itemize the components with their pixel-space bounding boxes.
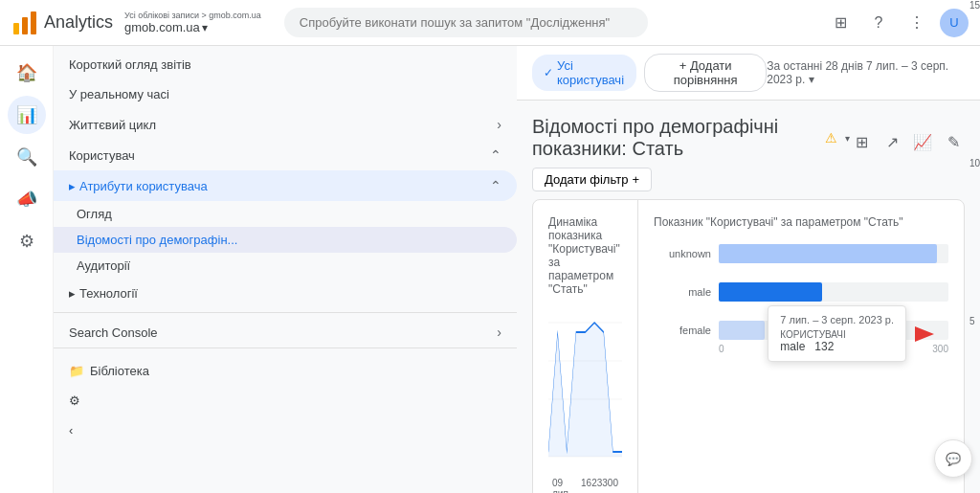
grid-icon-button[interactable]: ⊞ — [825, 8, 856, 38]
tooltip-arrow-icon — [915, 326, 934, 342]
svg-rect-2 — [31, 11, 36, 34]
line-chart-title: Динаміка показника "Користувачі" за пара… — [548, 215, 622, 296]
chat-icon: 💬 — [946, 452, 961, 466]
bar-chart-panel: Показник "Користувачі" за параметром "Ст… — [638, 200, 964, 493]
svg-rect-1 — [22, 17, 28, 34]
sidebar-sub-overview[interactable]: Огляд — [54, 201, 517, 227]
bar-fill-female — [719, 321, 765, 340]
bar-row-male: male — [654, 282, 948, 302]
add-filter-plus-icon: + — [632, 172, 639, 187]
add-filter-button[interactable]: Додати фільтр + — [532, 168, 652, 191]
nav-home-icon[interactable]: 🏠 — [8, 54, 46, 92]
bar-fill-unknown — [719, 244, 937, 263]
bar-track-unknown — [719, 244, 948, 263]
more-icon-button[interactable]: ⋮ — [902, 8, 932, 38]
sidebar-collapse[interactable]: ‹ — [54, 415, 517, 445]
add-comparison-button[interactable]: + Додати порівняння — [644, 54, 767, 92]
tooltip-date: 7 лип. – 3 серп. 2023 р. — [780, 314, 894, 325]
bar-label-unknown: unknown — [654, 248, 711, 259]
x-label-2: 23 — [591, 478, 602, 493]
share-icon[interactable]: ↗ — [880, 130, 903, 153]
sidebar-item-user[interactable]: Користувач ⌃ — [54, 140, 517, 170]
bar-track-male — [719, 282, 948, 302]
settings-icon: ⚙ — [69, 393, 80, 408]
x-axis-labels: 09 лип. 16 23 30 0 — [548, 478, 622, 493]
filter-bar: ✓ Усі користувачі + Додати порівняння За… — [517, 46, 980, 101]
x-label-4: 0 — [612, 478, 618, 493]
sidebar-footer: 📁 Бібліотека ⚙ ‹ — [54, 347, 517, 453]
search-area — [284, 8, 802, 37]
nav-advertising-icon[interactable]: 📣 — [8, 180, 46, 218]
title-icons: ⊞ ↗ 📈 ✎ — [850, 130, 965, 153]
library-icon: 📁 — [69, 364, 84, 378]
attributes-chevron: ⌃ — [490, 178, 501, 193]
bar-row-unknown: unknown — [654, 244, 948, 263]
tooltip-male-value: 132 — [814, 340, 834, 353]
sidebar-item-realtime[interactable]: У реальному часі — [54, 79, 517, 109]
add-filter-row: Додати фільтр + — [532, 168, 965, 191]
analytics-logo-icon — [11, 10, 38, 36]
svg-rect-0 — [13, 23, 19, 34]
line-chart-panel: Динаміка показника "Користувачі" за пара… — [533, 200, 638, 493]
tooltip-male-label: male — [780, 340, 805, 353]
sidebar-item-user-attributes[interactable]: ▸ Атрибути користувача ⌃ — [54, 170, 517, 201]
lifecycle-chevron: › — [497, 117, 501, 132]
search-console-chevron: › — [497, 325, 501, 340]
filter-left: ✓ Усі користувачі + Додати порівняння — [532, 54, 767, 92]
tooltip-row: КОРИСТУВАЧІ — [780, 329, 894, 340]
date-dropdown-icon: ▾ — [809, 73, 814, 86]
trend-icon[interactable]: 📈 — [911, 130, 934, 153]
sidebar-sub-demographics[interactable]: Відомості про демографін... — [54, 227, 517, 253]
tooltip-value-row: male 132 — [780, 340, 894, 353]
nav-reports-icon[interactable]: 📊 — [8, 96, 46, 134]
warning-icon: ⚠ — [825, 130, 837, 146]
domain-selector[interactable]: gmob.com.ua ▾ — [124, 20, 261, 34]
logo-area: Analytics — [11, 10, 113, 36]
bar-label-female: female — [654, 325, 711, 336]
date-range[interactable]: За останні 28 днів 7 лип. – 3 серп. 2023… — [767, 59, 965, 86]
app-title: Analytics — [44, 12, 113, 33]
collapse-icon: ‹ — [69, 423, 73, 437]
svg-marker-7 — [548, 323, 622, 457]
bar-chart-tooltip: 7 лип. – 3 серп. 2023 р. КОРИСТУВАЧІ mal… — [768, 305, 906, 362]
axis-0: 0 — [719, 344, 724, 354]
nav-configure-icon[interactable]: ⚙ — [8, 222, 46, 260]
search-input[interactable] — [284, 8, 648, 37]
domain-area: Усі облікові записи > gmob.com.ua gmob.c… — [124, 11, 261, 34]
main-layout: 🏠 📊 🔍 📣 ⚙ Короткий огляд звітів У реальн… — [0, 46, 980, 493]
help-icon-button[interactable]: ? — [863, 8, 894, 38]
tooltip-key: КОРИСТУВАЧІ — [780, 329, 845, 340]
bar-fill-male — [719, 282, 822, 302]
avatar[interactable]: U — [940, 9, 969, 37]
line-chart-svg — [548, 303, 622, 476]
charts-row: Динаміка показника "Користувачі" за пара… — [532, 199, 965, 493]
expand-arrow: ▸ — [69, 179, 76, 193]
bar-chart-title: Показник "Користувачі" за параметром "Ст… — [654, 215, 948, 229]
sidebar-item-overview[interactable]: Короткий огляд звітів — [54, 50, 517, 79]
page-title: Відомості про демографічні показники: Ст… — [532, 116, 850, 160]
page-header-row: Відомості про демографічні показники: Ст… — [532, 116, 965, 168]
sidebar-item-technology[interactable]: ▸ Технології — [54, 279, 517, 308]
sidebar-item-search-console[interactable]: Search Console › — [54, 317, 517, 347]
topbar-actions: ⊞ ? ⋮ U — [825, 8, 969, 38]
user-chevron: ⌃ — [490, 147, 501, 163]
x-label-3: 30 — [602, 478, 612, 493]
all-users-chip[interactable]: ✓ Усі користувачі — [532, 55, 636, 91]
nav-explore-icon[interactable]: 🔍 — [8, 138, 46, 176]
page-header: Відомості про демографічні показники: Ст… — [517, 101, 980, 199]
chat-fab-button[interactable]: 💬 — [934, 439, 972, 478]
sidebar-item-lifecycle[interactable]: Життєвий цикл › — [54, 109, 517, 140]
sidebar-library[interactable]: 📁 Бібліотека — [54, 356, 517, 386]
sidebar-icons: 🏠 📊 🔍 📣 ⚙ — [0, 46, 54, 493]
x-label-0: 09 лип. — [552, 478, 581, 493]
sidebar-sub-audiences[interactable]: Аудиторії — [54, 253, 517, 279]
domain-dropdown-icon[interactable]: ▾ — [202, 21, 208, 34]
axis-300: 300 — [932, 344, 948, 354]
topbar: Analytics Усі облікові записи > gmob.com… — [0, 0, 980, 46]
tech-arrow: ▸ — [69, 286, 76, 301]
sidebar-settings[interactable]: ⚙ — [54, 386, 517, 415]
pencil-icon[interactable]: ✎ — [942, 130, 965, 153]
sidebar: Короткий огляд звітів У реальному часі Ж… — [54, 46, 517, 493]
line-chart — [548, 303, 622, 476]
edit-table-icon[interactable]: ⊞ — [850, 130, 873, 153]
